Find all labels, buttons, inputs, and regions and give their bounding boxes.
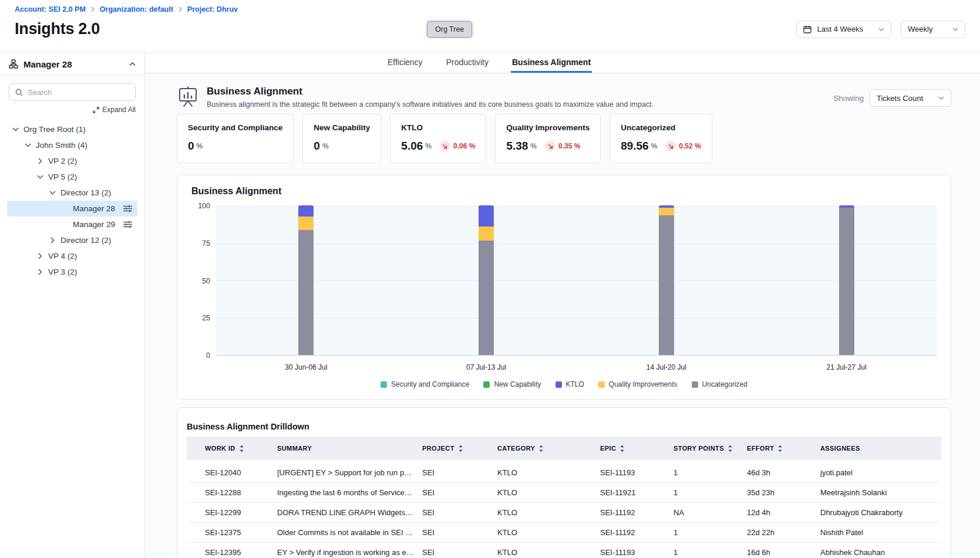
bar-segment-uncategorized[interactable] — [479, 241, 494, 355]
table-row[interactable]: SEI-12040[URGENT] EY > Support for job r… — [187, 463, 941, 483]
content: Manager 28 Expand All O — [0, 52, 980, 558]
table-cell: SEI-12299 — [205, 508, 277, 517]
legend-label: Quality Improvements — [609, 380, 678, 388]
filter-sliders-icon[interactable] — [123, 221, 132, 228]
x-tick-label: 30 Jun-06 Jul — [285, 363, 327, 371]
stacked-bar[interactable] — [298, 205, 314, 355]
tree-item[interactable]: VP 4 (2) — [7, 248, 137, 264]
tree-item[interactable]: Manager 29 — [7, 217, 137, 232]
chevron-down-icon[interactable] — [11, 127, 19, 131]
sort-icon[interactable] — [538, 445, 544, 452]
title-row: Insights 2.0 Last 4 Weeks Weekly — [15, 20, 965, 38]
drilldown-card: Business Alignment Drilldown WORK IDSUMM… — [177, 407, 951, 558]
search-input[interactable] — [28, 88, 129, 97]
chevron-right-icon[interactable] — [48, 237, 56, 244]
bar-segment-quality-improvements[interactable] — [479, 226, 494, 241]
stacked-bar[interactable] — [659, 205, 674, 355]
tree-item[interactable]: VP 3 (2) — [7, 264, 137, 280]
bar-segment-quality-improvements[interactable] — [298, 217, 314, 230]
kpi-value-row: 89.56%0.52 % — [621, 140, 701, 153]
trend-down-icon — [665, 141, 676, 151]
main-panel: EfficiencyProductivityBusiness Alignment… — [145, 53, 980, 558]
kpi-value: 0 — [314, 140, 320, 153]
table-cell: SEI-12040 — [205, 468, 277, 477]
collapse-sidebar-chevron-up-icon[interactable] — [129, 62, 136, 66]
column-header-epic[interactable]: EPIC — [600, 445, 673, 452]
sort-icon[interactable] — [777, 445, 783, 452]
org-tree-button[interactable]: Org Tree — [427, 21, 472, 38]
tab-business-alignment[interactable]: Business Alignment — [511, 53, 592, 73]
tree-item[interactable]: VP 5 (2) — [7, 169, 137, 185]
table-row[interactable]: SEI-12395EY > Verify if ingestion is wor… — [187, 543, 941, 558]
table-cell: Abhishek Chauhan — [820, 548, 941, 557]
table-cell: jyoti.patel — [820, 468, 941, 477]
tree-item[interactable]: Director 12 (2) — [7, 232, 137, 248]
bar-segment-uncategorized[interactable] — [839, 208, 854, 355]
tree-item[interactable]: Org Tree Root (1) — [7, 121, 137, 137]
bar-segment-ktlo[interactable] — [479, 205, 494, 226]
column-header-story-points[interactable]: STORY POINTS — [673, 445, 747, 452]
chevron-right-icon[interactable] — [36, 158, 44, 164]
sort-icon[interactable] — [619, 445, 625, 452]
breadcrumb-link[interactable]: Organization: default — [100, 5, 173, 13]
tree-item[interactable]: Director 13 (2) — [7, 185, 137, 201]
chevron-down-icon[interactable] — [23, 143, 32, 147]
bar-segment-quality-improvements[interactable] — [659, 208, 674, 215]
table-row[interactable]: SEI-12288Ingesting the last 6 months of … — [187, 483, 941, 503]
column-header-work-id[interactable]: WORK ID — [205, 445, 277, 452]
org-tree: Org Tree Root (1)John Smith (4)VP 2 (2)V… — [0, 121, 144, 280]
bar-segment-ktlo[interactable] — [298, 205, 314, 217]
column-header-effort[interactable]: EFFORT — [747, 445, 820, 452]
tree-item[interactable]: VP 2 (2) — [7, 153, 137, 169]
table-cell: EY > Verify if ingestion is working as e… — [277, 548, 422, 557]
tab-efficiency[interactable]: Efficiency — [386, 53, 424, 73]
legend-swatch — [483, 381, 490, 388]
filter-sliders-icon[interactable] — [123, 205, 132, 212]
table-cell: SEI-11192 — [600, 528, 673, 537]
breadcrumb-link[interactable]: Project: Dhruv — [187, 5, 238, 13]
stacked-bar[interactable] — [479, 205, 494, 355]
column-header-label: SUMMARY — [277, 445, 312, 452]
table-cell: SEI-12375 — [205, 528, 277, 537]
granularity-select[interactable]: Weekly — [901, 21, 965, 38]
table-row[interactable]: SEI-12375Older Commits is not available … — [187, 523, 941, 543]
stacked-bar[interactable] — [839, 205, 854, 355]
legend-label: Uncategorized — [702, 380, 747, 388]
table-row[interactable]: SEI-12299DORA TREND LINE GRAPH Widgets i… — [187, 503, 941, 523]
expand-all-label: Expand All — [102, 106, 136, 114]
bar-segment-uncategorized[interactable] — [659, 215, 674, 355]
column-header-project[interactable]: PROJECT — [422, 445, 497, 452]
tree-item-label: Director 12 (2) — [60, 236, 111, 245]
table-cell: SEI — [422, 528, 497, 537]
legend-item: Uncategorized — [692, 380, 747, 388]
chevron-down-icon[interactable] — [36, 175, 44, 179]
tab-productivity[interactable]: Productivity — [445, 53, 490, 73]
chevron-down-icon — [952, 28, 958, 31]
table-cell: KTLO — [497, 528, 600, 537]
chevron-right-icon[interactable] — [36, 253, 44, 259]
expand-all-link[interactable]: Expand All — [93, 106, 136, 114]
sort-icon[interactable] — [458, 445, 463, 452]
kpi-unit: % — [651, 142, 658, 150]
breadcrumb-link[interactable]: Account: SEI 2.0 PM — [15, 5, 86, 13]
legend-item: Security and Compliance — [380, 380, 469, 388]
column-header-category[interactable]: CATEGORY — [497, 445, 600, 452]
page-title: Insights 2.0 — [15, 20, 100, 38]
tree-item-label: VP 4 (2) — [48, 252, 77, 261]
tree-item[interactable]: John Smith (4) — [7, 137, 137, 153]
bar-segment-uncategorized[interactable] — [298, 230, 314, 355]
sort-icon[interactable] — [239, 445, 244, 452]
x-axis: 30 Jun-06 Jul07 Jul-13 Jul14 Jul-20 Jul2… — [216, 356, 937, 376]
kpi-row: Security and Compliance0%New Capability0… — [145, 110, 980, 163]
date-range-select[interactable]: Last 4 Weeks — [796, 21, 891, 38]
table-cell: Nishith Patel — [820, 528, 941, 537]
showing-select[interactable]: Tickets Count — [870, 89, 951, 107]
chevron-right-icon[interactable] — [36, 269, 44, 275]
kpi-unit: % — [425, 142, 432, 150]
showing-label: Showing — [833, 94, 864, 103]
tree-item-label: VP 2 (2) — [48, 157, 77, 165]
tree-item[interactable]: Manager 28 — [7, 201, 137, 217]
sort-icon[interactable] — [728, 445, 733, 452]
chevron-down-icon[interactable] — [48, 191, 56, 195]
table-cell: KTLO — [497, 548, 600, 557]
